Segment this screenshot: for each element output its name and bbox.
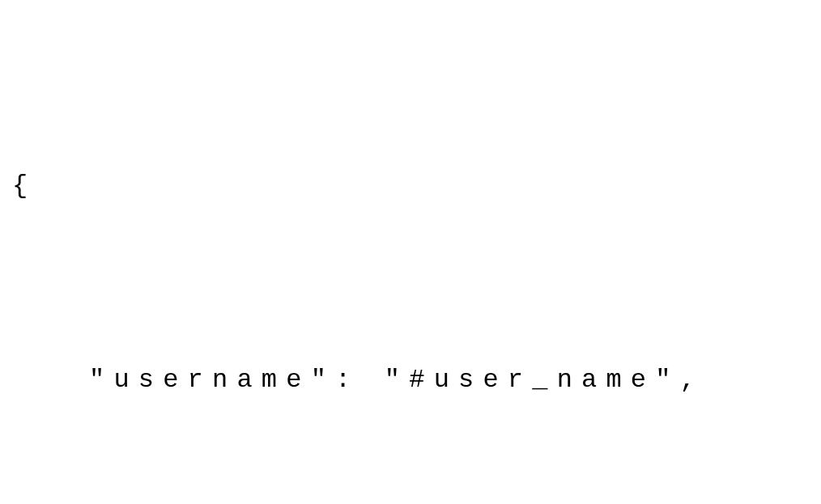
json-sep: : xyxy=(335,365,385,395)
json-key: "username" xyxy=(89,365,335,395)
open-brace: { xyxy=(12,154,809,218)
json-code-block: { "username": "#user_name", "containerid… xyxy=(12,24,809,504)
code-line: "username": "#user_name", xyxy=(12,348,809,413)
json-value: "#user_name" xyxy=(385,365,680,395)
json-tail: , xyxy=(680,365,704,395)
